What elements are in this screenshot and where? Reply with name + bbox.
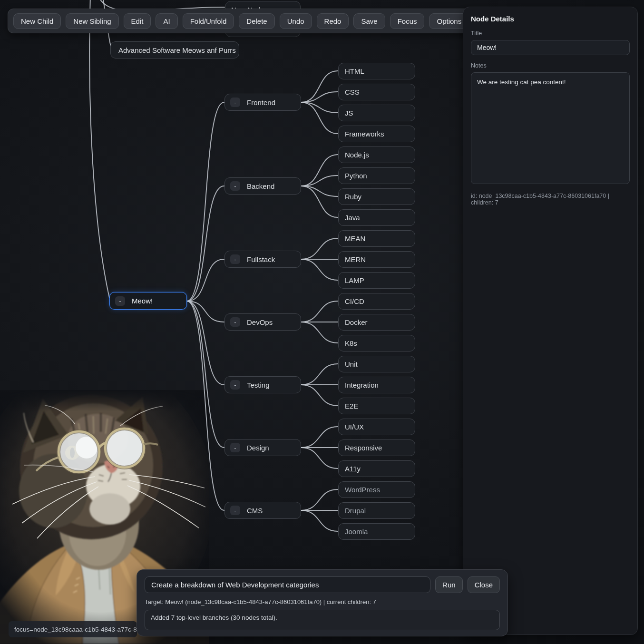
- collapse-button[interactable]: -: [230, 254, 240, 264]
- node-label: Testing: [247, 381, 270, 389]
- leaf-node-html[interactable]: HTML: [338, 63, 415, 79]
- node-label: HTML: [345, 67, 364, 75]
- node-label: Frameworks: [345, 130, 384, 138]
- toolbar-button-new-child[interactable]: New Child: [13, 13, 61, 29]
- leaf-node-joomla[interactable]: Joomla: [338, 523, 415, 540]
- branch-node-testing[interactable]: -Testing: [224, 376, 301, 393]
- leaf-node-ui-ux[interactable]: UI/UX: [338, 419, 415, 435]
- node-label: Ruby: [345, 193, 361, 201]
- target-line: Target: Meow! (node_13c98caa-c1b5-4843-a…: [145, 598, 500, 605]
- leaf-node-mern[interactable]: MERN: [338, 251, 415, 268]
- leaf-node-python[interactable]: Python: [338, 167, 415, 184]
- leaf-node-css[interactable]: CSS: [338, 84, 415, 100]
- leaf-node-drupal[interactable]: Drupal: [338, 502, 415, 519]
- notes-label: Notes: [471, 62, 630, 69]
- toolbar-button-ai[interactable]: AI: [156, 13, 177, 29]
- branch-node-devops[interactable]: -DevOps: [224, 313, 301, 331]
- node-label: Docker: [345, 318, 368, 326]
- node-label: MERN: [345, 255, 366, 263]
- branch-node-fullstack[interactable]: -Fullstack: [224, 251, 301, 268]
- leaf-node-js[interactable]: JS: [338, 105, 415, 121]
- node-label: WordPress: [345, 486, 380, 494]
- ai-prompt-panel: Run Close Target: Meow! (node_13c98caa-c…: [137, 569, 508, 636]
- node-label: Joomla: [345, 527, 368, 536]
- prompt-input[interactable]: [145, 576, 430, 593]
- toolbar-button-edit[interactable]: Edit: [124, 13, 151, 29]
- node-label: Meow!: [132, 297, 153, 305]
- collapse-button[interactable]: -: [230, 506, 240, 515]
- leaf-node-ci-cd[interactable]: CI/CD: [338, 293, 415, 310]
- leaf-node-mean[interactable]: MEAN: [338, 230, 415, 247]
- node-label: Frontend: [247, 98, 275, 107]
- leaf-node-responsive[interactable]: Responsive: [338, 439, 415, 456]
- toolbar-button-redo[interactable]: Redo: [317, 13, 349, 29]
- node-label: Design: [247, 444, 269, 452]
- node-label: DevOps: [247, 318, 273, 326]
- node-label: Responsive: [345, 444, 382, 452]
- title-input[interactable]: [471, 40, 630, 55]
- leaf-node-a11y[interactable]: A11y: [338, 460, 415, 477]
- leaf-node-e2e[interactable]: E2E: [338, 398, 415, 414]
- leaf-node-integration[interactable]: Integration: [338, 377, 415, 393]
- toolbar-button-undo[interactable]: Undo: [280, 13, 312, 29]
- collapse-button[interactable]: -: [230, 181, 240, 191]
- leaf-node-java[interactable]: Java: [338, 209, 415, 226]
- node-label: CMS: [247, 507, 263, 515]
- node-label: LAMP: [345, 276, 364, 284]
- leaf-node-frameworks[interactable]: Frameworks: [338, 126, 415, 142]
- node-label: Node.js: [345, 151, 369, 159]
- collapse-button[interactable]: -: [230, 317, 240, 327]
- root-node-meow[interactable]: -Meow!: [109, 292, 187, 310]
- panel-title: Node Details: [471, 15, 630, 23]
- node-label: Python: [345, 172, 367, 180]
- node-label: Unit: [345, 360, 358, 368]
- collapse-button[interactable]: -: [230, 98, 240, 107]
- node-meta: id: node_13c98caa-c1b5-4843-a77c-8603106…: [471, 193, 630, 206]
- collapse-button[interactable]: -: [230, 380, 240, 390]
- toolbar-button-focus[interactable]: Focus: [390, 13, 425, 29]
- close-button[interactable]: Close: [468, 576, 500, 593]
- branch-node-design[interactable]: -Design: [224, 439, 301, 456]
- title-label: Title: [471, 30, 630, 37]
- node-label: MEAN: [345, 234, 365, 243]
- node-label: Fullstack: [247, 255, 275, 263]
- node-advanced-software[interactable]: Advanced Software Meows anf Purrs: [110, 41, 239, 59]
- leaf-node-ruby[interactable]: Ruby: [338, 188, 415, 205]
- node-label: Integration: [345, 381, 379, 389]
- node-details-panel: Node Details Title Notes We are testing …: [463, 7, 638, 635]
- node-label: E2E: [345, 402, 358, 410]
- leaf-node-wordpress[interactable]: WordPress: [338, 481, 415, 498]
- branch-node-backend[interactable]: -Backend: [224, 177, 301, 195]
- node-label: CI/CD: [345, 297, 364, 305]
- leaf-node-k8s[interactable]: K8s: [338, 335, 415, 351]
- toolbar-button-fold-unfold[interactable]: Fold/Unfold: [183, 13, 234, 29]
- toolbar-button-save[interactable]: Save: [353, 13, 385, 29]
- node-label: UI/UX: [345, 423, 364, 431]
- collapse-button[interactable]: -: [230, 443, 240, 452]
- leaf-node-unit[interactable]: Unit: [338, 356, 415, 372]
- focus-status-chip: focus=node_13c98caaa-c1b5-4843-a77c-8603: [9, 621, 137, 637]
- leaf-node-node-js[interactable]: Node.js: [338, 146, 415, 163]
- node-label: CSS: [345, 88, 360, 96]
- node-label: Java: [345, 214, 360, 222]
- collapse-button[interactable]: -: [115, 296, 125, 306]
- leaf-node-lamp[interactable]: LAMP: [338, 272, 415, 289]
- leaf-node-docker[interactable]: Docker: [338, 314, 415, 331]
- node-label: K8s: [345, 339, 357, 347]
- branch-node-frontend[interactable]: -Frontend: [224, 94, 301, 111]
- node-label: JS: [345, 109, 353, 117]
- notes-textarea[interactable]: We are testing cat pea content!: [471, 72, 630, 184]
- node-label: Drupal: [345, 507, 366, 515]
- node-label: A11y: [345, 465, 361, 473]
- node-label: Backend: [247, 182, 274, 190]
- toolbar-button-new-sibling[interactable]: New Sibling: [66, 13, 118, 29]
- toolbar: New ChildNew SiblingEditAIFold/UnfoldDel…: [8, 9, 475, 33]
- toolbar-button-delete[interactable]: Delete: [239, 13, 274, 29]
- status-message: Added 7 top-level branches (30 nodes tot…: [145, 610, 500, 630]
- run-button[interactable]: Run: [435, 576, 463, 593]
- branch-node-cms[interactable]: -CMS: [224, 502, 301, 519]
